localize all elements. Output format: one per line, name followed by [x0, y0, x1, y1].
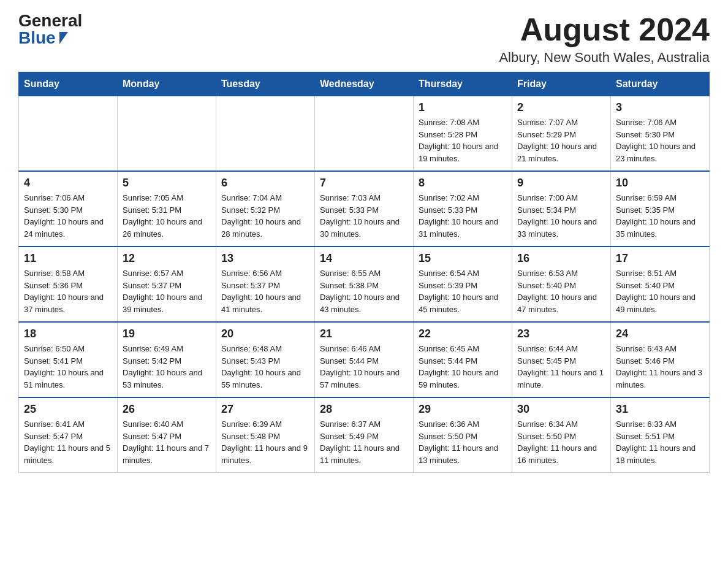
weekday-header-saturday: Saturday	[611, 72, 710, 96]
calendar-cell: 29Sunrise: 6:36 AMSunset: 5:50 PMDayligh…	[414, 397, 512, 473]
day-number: 4	[24, 177, 112, 190]
calendar-cell: 11Sunrise: 6:58 AMSunset: 5:36 PMDayligh…	[19, 247, 118, 322]
day-number: 9	[517, 177, 605, 190]
calendar-cell: 22Sunrise: 6:45 AMSunset: 5:44 PMDayligh…	[414, 322, 512, 397]
calendar-cell: 31Sunrise: 6:33 AMSunset: 5:51 PMDayligh…	[611, 397, 710, 473]
day-info: Sunrise: 6:56 AMSunset: 5:37 PMDaylight:…	[221, 267, 309, 315]
calendar-cell: 13Sunrise: 6:56 AMSunset: 5:37 PMDayligh…	[216, 247, 315, 322]
day-number: 27	[221, 403, 309, 416]
day-info: Sunrise: 6:41 AMSunset: 5:47 PMDaylight:…	[24, 418, 112, 466]
month-title: August 2024	[499, 12, 710, 47]
day-number: 20	[221, 327, 309, 340]
calendar-week-row: 25Sunrise: 6:41 AMSunset: 5:47 PMDayligh…	[19, 397, 710, 473]
day-info: Sunrise: 6:49 AMSunset: 5:42 PMDaylight:…	[123, 343, 211, 391]
day-number: 2	[517, 101, 605, 114]
calendar-cell: 16Sunrise: 6:53 AMSunset: 5:40 PMDayligh…	[512, 247, 611, 322]
day-number: 19	[123, 327, 211, 340]
calendar-cell: 17Sunrise: 6:51 AMSunset: 5:40 PMDayligh…	[611, 247, 710, 322]
day-number: 15	[419, 252, 507, 265]
day-number: 21	[320, 327, 408, 340]
calendar-cell: 30Sunrise: 6:34 AMSunset: 5:50 PMDayligh…	[512, 397, 611, 473]
day-number: 29	[419, 403, 507, 416]
day-info: Sunrise: 7:06 AMSunset: 5:30 PMDaylight:…	[24, 192, 112, 240]
calendar-cell: 9Sunrise: 7:00 AMSunset: 5:34 PMDaylight…	[512, 171, 611, 247]
day-number: 30	[517, 403, 605, 416]
day-info: Sunrise: 7:08 AMSunset: 5:28 PMDaylight:…	[419, 117, 507, 164]
day-info: Sunrise: 7:02 AMSunset: 5:33 PMDaylight:…	[419, 192, 507, 240]
calendar-cell: 6Sunrise: 7:04 AMSunset: 5:32 PMDaylight…	[216, 171, 315, 247]
calendar-cell: 27Sunrise: 6:39 AMSunset: 5:48 PMDayligh…	[216, 397, 315, 473]
day-number: 11	[24, 252, 112, 265]
calendar-cell	[19, 96, 118, 172]
calendar-cell: 28Sunrise: 6:37 AMSunset: 5:49 PMDayligh…	[315, 397, 414, 473]
day-info: Sunrise: 6:44 AMSunset: 5:45 PMDaylight:…	[517, 343, 605, 391]
day-number: 5	[123, 177, 211, 190]
day-number: 26	[123, 403, 211, 416]
calendar-cell: 26Sunrise: 6:40 AMSunset: 5:47 PMDayligh…	[118, 397, 216, 473]
weekday-header-thursday: Thursday	[414, 72, 512, 96]
calendar-cell: 3Sunrise: 7:06 AMSunset: 5:30 PMDaylight…	[611, 96, 710, 172]
day-number: 25	[24, 403, 112, 416]
day-number: 17	[616, 252, 704, 265]
day-number: 1	[419, 101, 507, 114]
weekday-header-wednesday: Wednesday	[315, 72, 414, 96]
calendar-cell: 5Sunrise: 7:05 AMSunset: 5:31 PMDaylight…	[118, 171, 216, 247]
calendar-cell: 20Sunrise: 6:48 AMSunset: 5:43 PMDayligh…	[216, 322, 315, 397]
day-number: 6	[221, 177, 309, 190]
day-info: Sunrise: 6:40 AMSunset: 5:47 PMDaylight:…	[123, 418, 211, 466]
day-info: Sunrise: 7:03 AMSunset: 5:33 PMDaylight:…	[320, 192, 408, 240]
calendar-cell: 4Sunrise: 7:06 AMSunset: 5:30 PMDaylight…	[19, 171, 118, 247]
day-number: 12	[123, 252, 211, 265]
day-info: Sunrise: 6:34 AMSunset: 5:50 PMDaylight:…	[517, 418, 605, 466]
title-block: August 2024 Albury, New South Wales, Aus…	[499, 12, 710, 66]
day-number: 13	[221, 252, 309, 265]
day-info: Sunrise: 6:59 AMSunset: 5:35 PMDaylight:…	[616, 192, 704, 240]
day-info: Sunrise: 6:33 AMSunset: 5:51 PMDaylight:…	[616, 418, 704, 466]
day-info: Sunrise: 7:04 AMSunset: 5:32 PMDaylight:…	[221, 192, 309, 240]
day-info: Sunrise: 6:39 AMSunset: 5:48 PMDaylight:…	[221, 418, 309, 466]
calendar-cell: 15Sunrise: 6:54 AMSunset: 5:39 PMDayligh…	[414, 247, 512, 322]
day-info: Sunrise: 7:07 AMSunset: 5:29 PMDaylight:…	[517, 117, 605, 164]
day-info: Sunrise: 6:45 AMSunset: 5:44 PMDaylight:…	[419, 343, 507, 391]
calendar-cell: 21Sunrise: 6:46 AMSunset: 5:44 PMDayligh…	[315, 322, 414, 397]
logo-blue-label: Blue	[18, 29, 56, 47]
logo-general-text: General	[18, 12, 82, 29]
location-text: Albury, New South Wales, Australia	[499, 50, 710, 66]
calendar-cell: 10Sunrise: 6:59 AMSunset: 5:35 PMDayligh…	[611, 171, 710, 247]
day-info: Sunrise: 6:48 AMSunset: 5:43 PMDaylight:…	[221, 343, 309, 391]
day-info: Sunrise: 6:43 AMSunset: 5:46 PMDaylight:…	[616, 343, 704, 391]
weekday-header-tuesday: Tuesday	[216, 72, 315, 96]
calendar-week-row: 18Sunrise: 6:50 AMSunset: 5:41 PMDayligh…	[19, 322, 710, 397]
calendar-cell: 14Sunrise: 6:55 AMSunset: 5:38 PMDayligh…	[315, 247, 414, 322]
calendar-cell: 7Sunrise: 7:03 AMSunset: 5:33 PMDaylight…	[315, 171, 414, 247]
calendar-cell: 8Sunrise: 7:02 AMSunset: 5:33 PMDaylight…	[414, 171, 512, 247]
weekday-header-row: SundayMondayTuesdayWednesdayThursdayFrid…	[19, 72, 710, 96]
calendar-week-row: 4Sunrise: 7:06 AMSunset: 5:30 PMDaylight…	[19, 171, 710, 247]
calendar-cell: 18Sunrise: 6:50 AMSunset: 5:41 PMDayligh…	[19, 322, 118, 397]
day-info: Sunrise: 6:36 AMSunset: 5:50 PMDaylight:…	[419, 418, 507, 466]
logo-triangle-icon	[59, 32, 68, 44]
calendar-cell	[315, 96, 414, 172]
day-info: Sunrise: 6:46 AMSunset: 5:44 PMDaylight:…	[320, 343, 408, 391]
day-info: Sunrise: 6:55 AMSunset: 5:38 PMDaylight:…	[320, 267, 408, 315]
calendar-week-row: 1Sunrise: 7:08 AMSunset: 5:28 PMDaylight…	[19, 96, 710, 172]
day-info: Sunrise: 7:00 AMSunset: 5:34 PMDaylight:…	[517, 192, 605, 240]
calendar-cell	[216, 96, 315, 172]
day-info: Sunrise: 6:37 AMSunset: 5:49 PMDaylight:…	[320, 418, 408, 466]
day-number: 28	[320, 403, 408, 416]
day-info: Sunrise: 6:57 AMSunset: 5:37 PMDaylight:…	[123, 267, 211, 315]
day-number: 10	[616, 177, 704, 190]
day-info: Sunrise: 6:53 AMSunset: 5:40 PMDaylight:…	[517, 267, 605, 315]
calendar-cell: 2Sunrise: 7:07 AMSunset: 5:29 PMDaylight…	[512, 96, 611, 172]
day-number: 7	[320, 177, 408, 190]
day-number: 14	[320, 252, 408, 265]
logo-blue-text: Blue	[18, 29, 68, 47]
day-number: 22	[419, 327, 507, 340]
day-info: Sunrise: 7:05 AMSunset: 5:31 PMDaylight:…	[123, 192, 211, 240]
logo: General Blue	[18, 12, 82, 47]
day-number: 16	[517, 252, 605, 265]
day-info: Sunrise: 6:54 AMSunset: 5:39 PMDaylight:…	[419, 267, 507, 315]
day-info: Sunrise: 6:50 AMSunset: 5:41 PMDaylight:…	[24, 343, 112, 391]
calendar-week-row: 11Sunrise: 6:58 AMSunset: 5:36 PMDayligh…	[19, 247, 710, 322]
calendar-table: SundayMondayTuesdayWednesdayThursdayFrid…	[18, 72, 710, 473]
